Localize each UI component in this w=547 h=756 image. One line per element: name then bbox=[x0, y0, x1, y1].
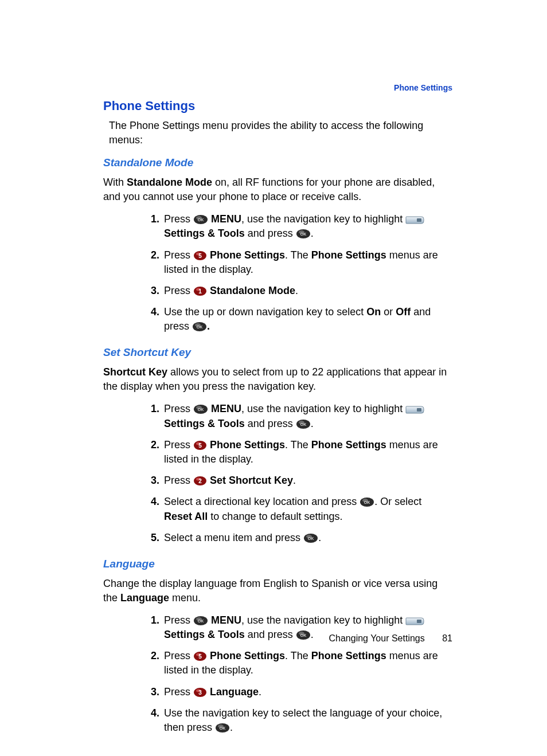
step-number: 1. bbox=[143, 212, 159, 226]
text-bold: Settings & Tools bbox=[164, 629, 245, 640]
svg-text:5: 5 bbox=[198, 653, 202, 660]
text: With bbox=[103, 177, 127, 188]
shortcut-title: Set Shortcut Key bbox=[103, 345, 452, 361]
footer-page-number: 81 bbox=[442, 632, 452, 645]
text: and press bbox=[245, 228, 296, 239]
text: Press bbox=[164, 403, 193, 414]
section-title: Phone Settings bbox=[103, 97, 452, 115]
text-bold: Phone Settings bbox=[311, 650, 386, 661]
svg-text:OK: OK bbox=[198, 218, 204, 222]
text-bold: Settings & Tools bbox=[164, 418, 245, 429]
text-bold: . bbox=[207, 320, 210, 332]
text-bold: Off bbox=[396, 306, 411, 318]
text-bold: Language bbox=[210, 686, 259, 698]
text: . bbox=[295, 285, 298, 296]
text-bold: Settings & Tools bbox=[164, 228, 245, 239]
key-1-icon: 1 bbox=[193, 286, 207, 296]
ok-key-icon: OK bbox=[193, 616, 208, 626]
page: Phone Settings Phone Settings The Phone … bbox=[0, 0, 547, 756]
ok-key-icon: OK bbox=[192, 322, 207, 332]
text-bold: Phone Settings bbox=[210, 439, 285, 451]
text: Press bbox=[164, 650, 193, 661]
ok-key-icon: OK bbox=[360, 497, 374, 507]
key-2-icon: 2 bbox=[193, 476, 207, 486]
language-steps: 1. Press OK MENU, use the navigation key… bbox=[143, 610, 452, 738]
step-number: 5. bbox=[143, 531, 159, 545]
soft-key-icon bbox=[405, 405, 425, 415]
ok-key-icon: OK bbox=[193, 404, 208, 414]
step-number: 1. bbox=[143, 402, 159, 416]
footer-chapter: Changing Your Settings bbox=[329, 633, 425, 643]
text: Press bbox=[164, 686, 193, 698]
standalone-steps: 1. Press OK MENU, use the navigation key… bbox=[143, 209, 452, 337]
svg-text:5: 5 bbox=[198, 253, 202, 259]
key-5-icon: 5 bbox=[193, 440, 207, 451]
soft-key-icon bbox=[405, 215, 425, 225]
text-bold: MENU bbox=[211, 213, 241, 225]
text-bold: On bbox=[366, 306, 381, 318]
text: menu. bbox=[169, 592, 201, 604]
step-item: 4. Select a directional key location and… bbox=[143, 491, 452, 527]
svg-text:OK: OK bbox=[198, 408, 204, 412]
section-intro: The Phone Settings menu provides the abi… bbox=[109, 119, 452, 147]
text-bold: Standalone Mode bbox=[210, 285, 295, 296]
text: Press bbox=[164, 249, 193, 261]
step-item: 4. Use the up or down navigation key to … bbox=[143, 301, 452, 337]
svg-text:OK: OK bbox=[300, 422, 306, 426]
step-item: 2. Press 5 Phone Settings. The Phone Set… bbox=[143, 245, 452, 280]
key-5-icon: 5 bbox=[193, 651, 207, 661]
ok-key-icon: OK bbox=[296, 630, 311, 640]
step-item: 3. Press 1 Standalone Mode. bbox=[143, 280, 452, 301]
svg-rect-19 bbox=[417, 408, 421, 412]
text: Press bbox=[164, 285, 193, 296]
text-bold: Set Shortcut Key bbox=[210, 475, 293, 486]
text-bold: Phone Settings bbox=[311, 439, 386, 451]
text: . bbox=[311, 629, 314, 640]
step-number: 3. bbox=[143, 284, 159, 298]
text: . bbox=[259, 686, 261, 698]
step-number: 2. bbox=[143, 438, 159, 452]
running-header: Phone Settings bbox=[394, 83, 452, 94]
svg-text:2: 2 bbox=[198, 478, 202, 484]
text-bold: Shortcut Key bbox=[103, 366, 167, 378]
step-number: 2. bbox=[143, 649, 159, 663]
svg-text:OK: OK bbox=[308, 536, 314, 540]
svg-text:5: 5 bbox=[198, 442, 202, 449]
step-number: 4. bbox=[143, 495, 159, 509]
text-bold: Phone Settings bbox=[210, 650, 285, 661]
step-item: 2. Press 5 Phone Settings. The Phone Set… bbox=[143, 434, 452, 470]
step-number: 2. bbox=[143, 248, 159, 263]
shortcut-steps: 1. Press OK MENU, use the navigation key… bbox=[143, 398, 452, 549]
step-item: 1. Press OK MENU, use the navigation key… bbox=[143, 209, 452, 244]
svg-text:1: 1 bbox=[198, 288, 202, 295]
page-footer: Changing Your Settings 81 bbox=[329, 632, 453, 645]
standalone-title: Standalone Mode bbox=[103, 155, 452, 171]
text: Select a directional key location and pr… bbox=[164, 496, 360, 507]
text: . bbox=[318, 532, 321, 543]
text: , use the navigation key to highlight bbox=[241, 403, 405, 414]
step-item: 5. Select a menu item and press OK. bbox=[143, 527, 452, 549]
text: Press bbox=[164, 439, 193, 451]
text-bold: Phone Settings bbox=[311, 249, 386, 261]
language-title: Language bbox=[103, 557, 452, 572]
text: . bbox=[311, 228, 314, 239]
text: . The bbox=[285, 439, 311, 451]
step-number: 3. bbox=[143, 685, 159, 699]
svg-text:OK: OK bbox=[300, 232, 306, 236]
text: to change to default settings. bbox=[208, 511, 342, 522]
language-paragraph: Change the display language from English… bbox=[103, 577, 452, 605]
text: . bbox=[230, 722, 233, 733]
text: . bbox=[293, 475, 296, 486]
step-item: 3. Press 2 Set Shortcut Key. bbox=[143, 470, 452, 491]
text: . The bbox=[285, 650, 311, 661]
step-number: 3. bbox=[143, 473, 159, 488]
step-item: 4. Use the navigation key to select the … bbox=[143, 703, 452, 738]
text: . Or select bbox=[374, 496, 421, 507]
text: , use the navigation key to highlight bbox=[241, 614, 405, 626]
svg-text:OK: OK bbox=[198, 619, 204, 623]
text: . bbox=[311, 418, 314, 429]
soft-key-icon bbox=[405, 616, 425, 626]
step-item: 1. Press OK MENU, use the navigation key… bbox=[143, 398, 452, 434]
text-bold: Reset All bbox=[164, 511, 208, 522]
step-item: 2. Press 5 Phone Settings. The Phone Set… bbox=[143, 645, 452, 681]
